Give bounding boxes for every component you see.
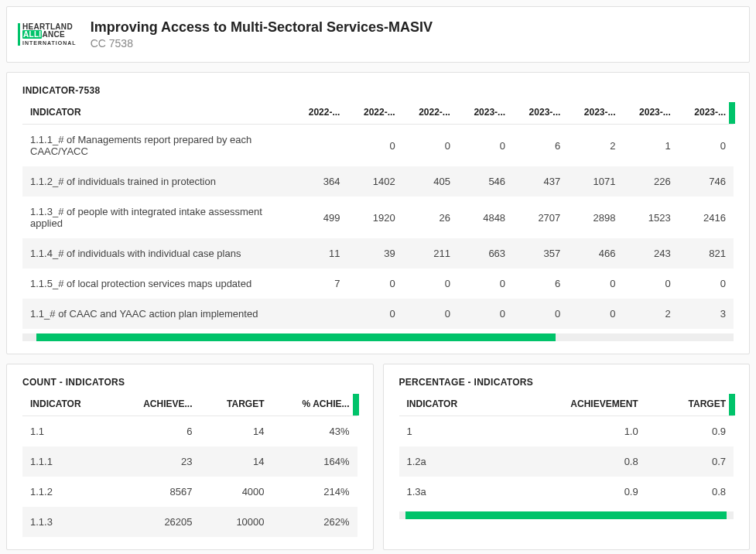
horizontal-scrollbar-thumb[interactable]: [36, 333, 556, 341]
percent-table-title: PERCENTAGE - INDICATORS: [399, 377, 734, 388]
value-cell: 0: [568, 268, 623, 299]
indicator-cell: 1.1.5_# of local protection services map…: [22, 268, 292, 299]
logo-line2: ALLIANCE: [22, 31, 77, 39]
value-cell: [292, 125, 347, 167]
col-2023-5[interactable]: 2023-...: [679, 101, 734, 125]
col-2023-3[interactable]: 2023-...: [568, 101, 623, 125]
header-text: Improving Access to Multi-Sectoral Servi…: [91, 19, 433, 50]
target-cell: 4000: [200, 477, 272, 507]
indicator-cell: 1.3a: [399, 477, 509, 507]
table-row[interactable]: 1.1.12314164%: [22, 446, 357, 477]
value-cell: 11: [292, 238, 347, 268]
value-cell: 405: [403, 166, 458, 197]
table-row[interactable]: 1.3a0.90.8: [399, 477, 734, 507]
value-cell: 1920: [347, 197, 402, 238]
value-cell: 1071: [568, 166, 623, 197]
table-row[interactable]: 1.2a0.80.7: [399, 446, 734, 477]
percent-header-row: INDICATOR ACHIEVEMENT TARGET: [399, 392, 734, 416]
count-table-title: COUNT - INDICATORS: [22, 377, 357, 388]
horizontal-scrollbar[interactable]: [399, 511, 734, 519]
indicator-cell: 1.1.2_# of individuals trained in protec…: [22, 166, 292, 197]
horizontal-scrollbar-thumb[interactable]: [405, 511, 727, 519]
percent-table-card: PERCENTAGE - INDICATORS INDICATOR ACHIEV…: [383, 364, 751, 550]
value-cell: 4848: [458, 197, 513, 238]
org-logo: HEARTLAND ALLIANCE INTERNATIONAL: [22, 23, 77, 46]
table-row[interactable]: 1.1.3_# of people with integrated intake…: [22, 197, 734, 238]
percent-indicator-table: INDICATOR ACHIEVEMENT TARGET 11.00.91.2a…: [399, 392, 734, 507]
value-cell: 0: [679, 268, 734, 299]
indicator-cell: 1.1.4_# of individuals with individual c…: [22, 238, 292, 268]
col-2023-4[interactable]: 2023-...: [624, 101, 679, 125]
indicator-cell: 1.2a: [399, 446, 509, 477]
value-cell: 2898: [568, 197, 623, 238]
horizontal-scrollbar[interactable]: [22, 333, 734, 341]
value-cell: 0: [624, 268, 679, 299]
achievement-cell: 26205: [112, 507, 200, 537]
table-row[interactable]: 1.1.285674000214%: [22, 477, 357, 507]
target-cell: 0.7: [646, 446, 734, 477]
indicator-cell: 1.1.2: [22, 477, 112, 507]
value-cell: 1402: [347, 166, 402, 197]
achievement-cell: 23: [112, 446, 200, 477]
pct-cell: 164%: [272, 446, 357, 477]
col-2022-3[interactable]: 2022-...: [403, 101, 458, 125]
table-row[interactable]: 1.1.5_# of local protection services map…: [22, 268, 734, 299]
count-col-pct[interactable]: % ACHIE...: [272, 392, 357, 416]
value-cell: 0: [347, 125, 402, 167]
achievement-cell: 6: [112, 416, 200, 447]
count-col-indicator[interactable]: INDICATOR: [22, 392, 112, 416]
main-indicator-table: INDICATOR 2022-... 2022-... 2022-... 202…: [22, 101, 734, 329]
percent-col-target[interactable]: TARGET: [646, 392, 734, 416]
value-cell: 2: [568, 125, 623, 167]
count-indicator-table: INDICATOR ACHIEVE... TARGET % ACHIE... 1…: [22, 392, 357, 537]
value-cell: 0: [679, 125, 734, 167]
col-indicator[interactable]: INDICATOR: [22, 101, 292, 125]
percent-col-achievement[interactable]: ACHIEVEMENT: [508, 392, 646, 416]
value-cell: 0: [458, 268, 513, 299]
value-cell: 3: [679, 299, 734, 329]
table-row[interactable]: 1.161443%: [22, 416, 357, 447]
main-table-title: INDICATOR-7538: [22, 85, 734, 96]
col-2023-1[interactable]: 2023-...: [458, 101, 513, 125]
value-cell: 0: [513, 299, 568, 329]
pct-cell: 43%: [272, 416, 357, 447]
achievement-cell: 8567: [112, 477, 200, 507]
value-cell: 0: [347, 268, 402, 299]
value-cell: 2707: [513, 197, 568, 238]
count-col-target[interactable]: TARGET: [200, 392, 272, 416]
vertical-scrollbar[interactable]: [353, 394, 359, 416]
value-cell: [292, 299, 347, 329]
value-cell: 226: [624, 166, 679, 197]
pct-cell: 214%: [272, 477, 357, 507]
target-cell: 0.9: [646, 416, 734, 447]
value-cell: 821: [679, 238, 734, 268]
indicator-cell: 1.1_# of CAAC and YAAC action plan imple…: [22, 299, 292, 329]
table-row[interactable]: 11.00.9: [399, 416, 734, 447]
target-cell: 14: [200, 446, 272, 477]
col-2022-1[interactable]: 2022-...: [292, 101, 347, 125]
vertical-scrollbar[interactable]: [729, 102, 735, 124]
table-row[interactable]: 1.1.1_# of Managements report prepared b…: [22, 125, 734, 167]
percent-col-indicator[interactable]: INDICATOR: [399, 392, 509, 416]
page-subtitle: CC 7538: [91, 37, 433, 50]
count-table-card: COUNT - INDICATORS INDICATOR ACHIEVE... …: [6, 364, 374, 550]
vertical-scrollbar[interactable]: [729, 394, 735, 416]
value-cell: 26: [403, 197, 458, 238]
table-row[interactable]: 1.1_# of CAAC and YAAC action plan imple…: [22, 299, 734, 329]
value-cell: 0: [347, 299, 402, 329]
col-2022-2[interactable]: 2022-...: [347, 101, 402, 125]
main-table-card: INDICATOR-7538 INDICATOR 2022-... 2022-.…: [6, 72, 750, 354]
value-cell: 211: [403, 238, 458, 268]
logo-line3: INTERNATIONAL: [22, 40, 77, 46]
table-row[interactable]: 1.1.32620510000262%: [22, 507, 357, 537]
value-cell: 2: [624, 299, 679, 329]
header-card: HEARTLAND ALLIANCE INTERNATIONAL Improvi…: [6, 6, 750, 63]
col-2023-2[interactable]: 2023-...: [513, 101, 568, 125]
value-cell: 0: [458, 125, 513, 167]
value-cell: 663: [458, 238, 513, 268]
count-col-achieve[interactable]: ACHIEVE...: [112, 392, 200, 416]
table-row[interactable]: 1.1.2_# of individuals trained in protec…: [22, 166, 734, 197]
main-table-header-row: INDICATOR 2022-... 2022-... 2022-... 202…: [22, 101, 734, 125]
table-row[interactable]: 1.1.4_# of individuals with individual c…: [22, 238, 734, 268]
value-cell: 39: [347, 238, 402, 268]
